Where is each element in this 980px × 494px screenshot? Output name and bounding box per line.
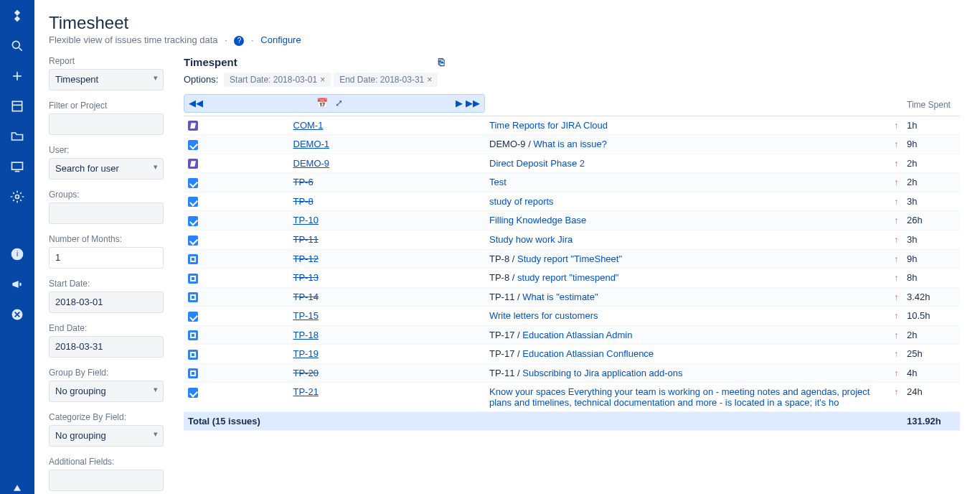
close-icon[interactable] [9, 306, 26, 323]
issue-key-link[interactable]: TP-19 [293, 348, 319, 359]
time-spent-value: 10.5h [903, 307, 960, 326]
date-nav-bar: ◀◀ 📅 ⤢ ▶ ▶▶ [184, 94, 485, 113]
global-nav: i ? [0, 0, 34, 494]
search-icon[interactable] [9, 37, 26, 55]
user-select[interactable]: Search for user [49, 158, 164, 180]
priority-icon: ↑ [894, 215, 898, 225]
issue-summary-link[interactable]: Know your spaces Everything your team is… [489, 386, 870, 408]
jira-logo-icon[interactable] [9, 7, 26, 24]
issue-type-icon [188, 388, 198, 398]
issue-summary-link[interactable]: What is an issue? [533, 139, 607, 149]
issue-type-icon [188, 178, 198, 188]
issue-summary-link[interactable]: study of reports [489, 196, 554, 207]
issue-summary-link[interactable]: Filling Knowledge Base [489, 215, 586, 225]
report-select[interactable]: Timespent [49, 69, 164, 90]
issue-summary-link[interactable]: Education Atlassian Confluence [522, 348, 654, 359]
issue-summary-link[interactable]: Direct Deposit Phase 2 [489, 158, 585, 169]
filter-project-label: Filter or Project [49, 101, 164, 111]
start-date-label: Start Date: [49, 279, 164, 289]
issue-summary-link[interactable]: Time Reports for JIRA Cloud [489, 120, 608, 131]
issue-key-link[interactable]: TP-6 [293, 177, 314, 187]
time-spent-value: 26h [903, 211, 960, 230]
info-icon[interactable]: i [9, 246, 26, 263]
issue-summary-link[interactable]: What is "estimate" [522, 292, 598, 302]
table-row: DEMO-9Direct Deposit Phase 2↑2h [184, 154, 960, 173]
months-input[interactable] [49, 247, 164, 269]
priority-icon: ↑ [894, 311, 898, 321]
time-spent-value: 24h [903, 383, 960, 412]
issue-summary-link[interactable]: Study report "TimeSheet" [517, 253, 622, 264]
dashboard-icon[interactable] [9, 98, 26, 115]
issue-type-icon [188, 350, 198, 360]
nav-up-icon[interactable] [9, 481, 26, 494]
configure-link[interactable]: Configure [260, 34, 301, 45]
issue-type-icon [188, 274, 198, 284]
settings-icon[interactable] [9, 188, 26, 205]
time-spent-header: Time Spent [903, 94, 960, 116]
issue-summary-link[interactable]: Subscribing to Jira application add-ons [522, 368, 682, 378]
issue-summary-link[interactable]: Test [489, 177, 507, 187]
priority-icon: ↑ [894, 235, 898, 245]
screen-icon[interactable] [9, 158, 26, 175]
issue-key-link[interactable]: TP-8 [293, 196, 314, 207]
time-spent-value: 9h [903, 135, 960, 154]
issue-key-link[interactable]: TP-21 [293, 386, 319, 397]
nav-first-icon[interactable]: ◀◀ [189, 98, 203, 108]
nav-last-icon[interactable]: ▶▶ [466, 98, 480, 108]
issue-key-link[interactable]: DEMO-9 [293, 158, 330, 169]
filter-chip[interactable]: End Date: 2018-03-31× [334, 73, 438, 87]
folder-icon[interactable] [9, 128, 26, 145]
page-subtitle: Flexible view of issues time tracking da… [49, 34, 960, 46]
time-spent-value: 3h [903, 192, 960, 211]
groupby-label: Group By Field: [49, 368, 164, 378]
additional-fields-input[interactable] [49, 470, 164, 491]
issue-key-link[interactable]: COM-1 [293, 120, 324, 131]
issue-summary-link[interactable]: Study how work Jira [489, 234, 573, 245]
issue-type-icon [188, 236, 198, 246]
issue-summary-link[interactable]: Education Atlassian Admin [522, 330, 632, 340]
end-date-input[interactable] [49, 336, 164, 358]
issue-key-link[interactable]: TP-13 [293, 272, 319, 283]
issue-key-link[interactable]: TP-10 [293, 215, 319, 225]
nav-next-icon[interactable]: ▶ [456, 98, 463, 108]
groups-input[interactable] [49, 202, 164, 224]
time-spent-value: 25h [903, 345, 960, 364]
issue-key-link[interactable]: TP-18 [293, 330, 319, 340]
catby-label: Categorize By Field: [49, 412, 164, 422]
table-row: TP-20TP-11 / Subscribing to Jira applica… [184, 363, 960, 383]
end-date-label: End Date: [49, 323, 164, 333]
create-icon[interactable] [9, 67, 26, 85]
issue-key-link[interactable]: TP-14 [293, 292, 319, 302]
start-date-input[interactable] [49, 292, 164, 313]
issue-key-link[interactable]: DEMO-1 [293, 139, 330, 149]
calendar-icon[interactable]: 📅 [316, 98, 328, 108]
total-value: 131.92h [903, 412, 960, 431]
issue-type-icon [188, 330, 198, 340]
issue-key-link[interactable]: TP-12 [293, 253, 319, 264]
table-row: TP-18TP-17 / Education Atlassian Admin↑2… [184, 325, 960, 345]
table-row: TP-6Test↑2h [184, 173, 960, 192]
table-row: TP-19TP-17 / Education Atlassian Conflue… [184, 345, 960, 364]
announce-icon[interactable] [9, 276, 26, 293]
issue-key-link[interactable]: TP-11 [293, 234, 319, 245]
svg-rect-4 [12, 101, 22, 111]
filter-project-input[interactable] [49, 113, 164, 135]
priority-icon: ↑ [894, 139, 898, 149]
svg-text:i: i [17, 250, 18, 258]
expand-icon[interactable]: ⤢ [335, 98, 343, 108]
time-spent-value: 8h [903, 269, 960, 288]
time-spent-value: 2h [903, 325, 960, 345]
issue-key-link[interactable]: TP-15 [293, 310, 319, 321]
help-circle-icon[interactable]: ? [234, 36, 244, 46]
issue-key-link[interactable]: TP-20 [293, 368, 319, 378]
export-icon[interactable]: ⎘ [438, 56, 444, 67]
table-row: TP-11Study how work Jira↑3h [184, 230, 960, 249]
chip-remove-icon[interactable]: × [427, 75, 432, 85]
chip-remove-icon[interactable]: × [320, 75, 325, 85]
issue-summary-link[interactable]: Write letters for customers [489, 310, 598, 321]
table-row: TP-21Know your spaces Everything your te… [184, 383, 960, 412]
filter-chip[interactable]: Start Date: 2018-03-01× [224, 73, 331, 87]
catby-select[interactable]: No grouping [49, 425, 164, 447]
groupby-select[interactable]: No grouping [49, 381, 164, 402]
issue-summary-link[interactable]: study report "timespend" [517, 272, 618, 283]
